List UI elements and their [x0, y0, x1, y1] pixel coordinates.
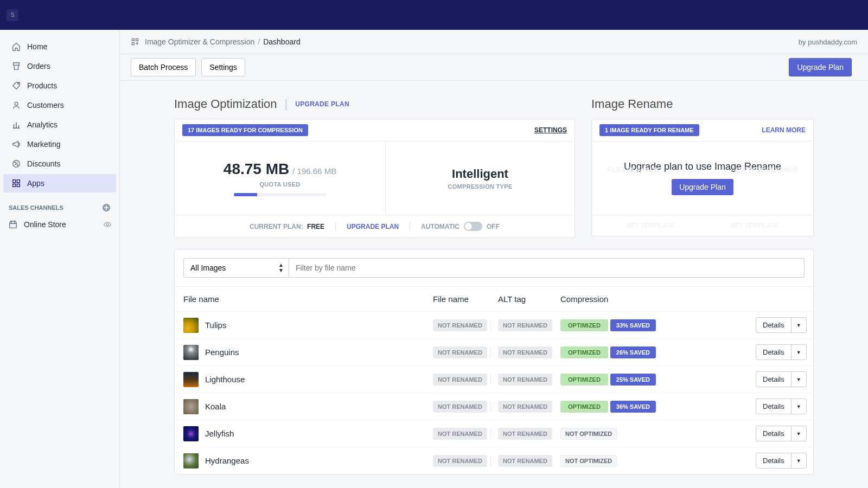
- sidebar-item-analytics[interactable]: Analytics: [3, 115, 116, 134]
- file-rename-badge: NOT RENAMED: [433, 374, 487, 386]
- alt-rename-badge: NOT RENAMED: [498, 401, 552, 413]
- quota-progress: [234, 193, 326, 196]
- quota-used-value: 48.75 MB: [224, 160, 289, 178]
- file-thumbnail: [183, 345, 199, 360]
- main-content: Image Optimizer & Compression / Dashboar…: [119, 30, 868, 488]
- compression-type-cell: Intelligent COMPRESSION TYPE: [386, 142, 575, 215]
- svg-rect-7: [13, 184, 16, 187]
- not-optimized-badge: NOT OPTIMIZED: [560, 455, 617, 467]
- images-ready-badge: 17 IMAGES READY FOR COMPRESSION: [182, 124, 308, 136]
- table-row: TulipsNOT RENAMEDNOT RENAMEDOPTIMIZED 33…: [175, 311, 813, 338]
- alt-rename-badge: NOT RENAMED: [498, 319, 552, 331]
- table-header: File name File name ALT tag Compression: [175, 286, 813, 311]
- upgrade-plan-link[interactable]: UPGRADE PLAN: [295, 100, 349, 108]
- not-optimized-badge: NOT OPTIMIZED: [560, 428, 617, 440]
- svg-rect-14: [132, 43, 134, 45]
- svg-rect-12: [132, 38, 134, 41]
- sidebar-item-home[interactable]: Home: [3, 37, 116, 56]
- file-rename-badge: NOT RENAMED: [433, 346, 487, 358]
- automatic-toggle[interactable]: [464, 222, 482, 231]
- alt-rename-badge: NOT RENAMED: [498, 374, 552, 386]
- sidebar-channel-online-store[interactable]: Online Store: [0, 215, 119, 234]
- svg-point-4: [17, 164, 18, 165]
- file-thumbnail: [183, 453, 199, 468]
- saved-badge: 25% SAVED: [610, 374, 656, 386]
- footer-upgrade-link[interactable]: UPGRADE PLAN: [347, 223, 399, 230]
- svg-point-1: [15, 102, 18, 105]
- table-row: LighthouseNOT RENAMEDNOT RENAMEDOPTIMIZE…: [175, 365, 813, 393]
- add-channel-icon[interactable]: [102, 203, 111, 212]
- chevron-down-icon[interactable]: ▼: [791, 399, 806, 414]
- svg-rect-10: [10, 223, 17, 228]
- details-button[interactable]: Details▼: [756, 317, 807, 333]
- discounts-icon: [11, 158, 22, 169]
- rename-upgrade-button[interactable]: Upgrade Plan: [672, 179, 733, 195]
- svg-rect-6: [17, 180, 20, 183]
- batch-process-button[interactable]: Batch Process: [131, 58, 196, 76]
- topbar: S: [0, 0, 868, 30]
- sidebar-item-marketing[interactable]: Marketing: [3, 135, 116, 153]
- alt-rename-badge: NOT RENAMED: [498, 455, 552, 467]
- chevron-down-icon[interactable]: ▼: [791, 453, 806, 468]
- optimized-badge: OPTIMIZED: [560, 374, 608, 386]
- table-row: KoalaNOT RENAMEDNOT RENAMEDOPTIMIZED 36%…: [175, 393, 813, 420]
- chevron-down-icon[interactable]: ▼: [791, 426, 806, 441]
- sidebar-item-apps[interactable]: Apps: [3, 174, 116, 192]
- alt-rename-badge: NOT RENAMED: [498, 428, 552, 440]
- file-name: Tulips: [205, 320, 226, 330]
- details-button[interactable]: Details▼: [756, 371, 807, 387]
- file-thumbnail: [183, 426, 199, 441]
- filter-input[interactable]: [289, 258, 805, 278]
- marketing-icon: [11, 139, 22, 150]
- chevron-down-icon[interactable]: ▼: [791, 345, 806, 359]
- analytics-icon: [11, 119, 22, 130]
- sidebar-item-discounts[interactable]: Discounts: [3, 155, 116, 173]
- customers-icon: [11, 100, 22, 111]
- saved-badge: 33% SAVED: [610, 319, 656, 331]
- filter-select[interactable]: All Images: [183, 258, 289, 278]
- chevron-down-icon[interactable]: ▼: [791, 318, 806, 332]
- table-row: HydrangeasNOT RENAMEDNOT RENAMEDNOT OPTI…: [175, 447, 813, 474]
- rename-card: 1 IMAGE READY FOR RENAME LEARN MORE FILE…: [591, 119, 814, 236]
- svg-point-11: [106, 223, 108, 226]
- home-icon: [11, 41, 22, 52]
- breadcrumb-bar: Image Optimizer & Compression / Dashboar…: [120, 30, 868, 54]
- sales-channels-header: SALES CHANNELS: [0, 194, 119, 215]
- sidebar-item-products[interactable]: Products: [3, 76, 116, 95]
- file-name: Koala: [205, 402, 226, 411]
- file-name: Lighthouse: [205, 375, 245, 384]
- file-rename-badge: NOT RENAMED: [433, 428, 487, 440]
- quota-total-value: / 196.66 MB: [292, 166, 336, 176]
- byline: by pushdaddy.com: [799, 38, 857, 46]
- breadcrumb-app[interactable]: Image Optimizer & Compression: [145, 37, 254, 46]
- chevron-down-icon[interactable]: ▼: [791, 372, 806, 387]
- upgrade-plan-button[interactable]: Upgrade Plan: [789, 58, 852, 76]
- file-rename-badge: NOT RENAMED: [433, 455, 487, 467]
- optimization-card: 17 IMAGES READY FOR COMPRESSION SETTINGS…: [174, 119, 575, 238]
- apps-icon: [11, 178, 22, 189]
- optimized-badge: OPTIMIZED: [560, 401, 608, 413]
- sidebar-item-customers[interactable]: Customers: [3, 96, 116, 114]
- sidebar-item-orders[interactable]: Orders: [3, 57, 116, 75]
- settings-button[interactable]: Settings: [201, 58, 245, 76]
- file-name: Jellyfish: [205, 429, 234, 438]
- details-button[interactable]: Details▼: [756, 453, 807, 468]
- svg-rect-5: [13, 180, 16, 183]
- rename-title: Image Rename: [591, 97, 814, 111]
- table-row: PenguinsNOT RENAMEDNOT RENAMEDOPTIMIZED …: [175, 338, 813, 365]
- card-settings-link[interactable]: SETTINGS: [534, 126, 567, 134]
- saved-badge: 36% SAVED: [610, 401, 656, 413]
- details-button[interactable]: Details▼: [756, 399, 807, 414]
- file-name: Penguins: [205, 348, 239, 357]
- svg-rect-13: [136, 38, 138, 41]
- view-store-icon[interactable]: [103, 220, 112, 229]
- details-button[interactable]: Details▼: [756, 426, 807, 441]
- learn-more-link[interactable]: LEARN MORE: [762, 126, 806, 134]
- breadcrumb-page: Dashboard: [263, 37, 301, 46]
- file-thumbnail: [183, 399, 199, 414]
- optimized-badge: OPTIMIZED: [560, 346, 608, 358]
- file-rename-badge: NOT RENAMED: [433, 319, 487, 331]
- file-thumbnail: [183, 372, 199, 387]
- current-plan-label: CURRENT PLAN: FREE: [250, 223, 324, 230]
- details-button[interactable]: Details▼: [756, 344, 807, 360]
